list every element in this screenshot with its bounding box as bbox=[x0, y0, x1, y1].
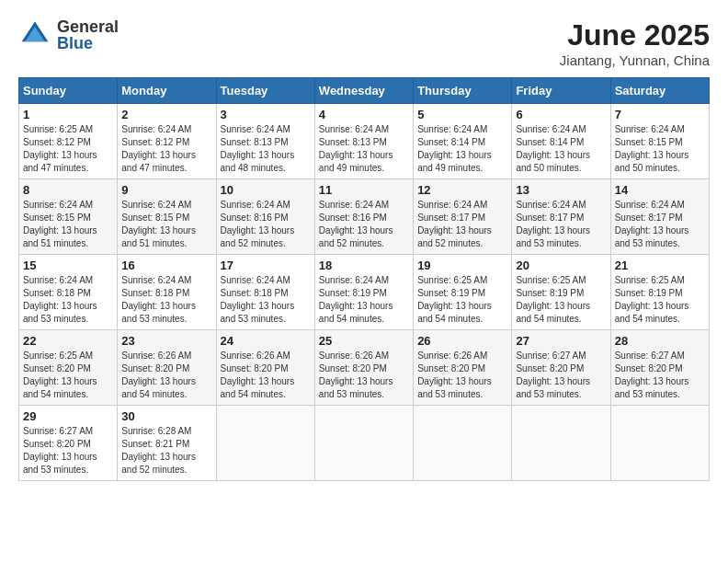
day-number: 10 bbox=[221, 183, 311, 197]
day-number: 15 bbox=[23, 259, 113, 272]
day-number: 24 bbox=[221, 334, 311, 348]
calendar-cell: 19Sunrise: 6:25 AM Sunset: 8:19 PM Dayli… bbox=[414, 255, 512, 330]
calendar-cell: 6Sunrise: 6:24 AM Sunset: 8:14 PM Daylig… bbox=[512, 104, 610, 179]
day-number: 20 bbox=[516, 259, 606, 272]
calendar-cell: 22Sunrise: 6:25 AM Sunset: 8:20 PM Dayli… bbox=[19, 330, 118, 406]
calendar-cell: 9Sunrise: 6:24 AM Sunset: 8:15 PM Daylig… bbox=[118, 179, 216, 255]
logo: General Blue bbox=[18, 18, 119, 52]
title-block: June 2025 Jiantang, Yunnan, China bbox=[560, 18, 710, 68]
calendar-cell: 14Sunrise: 6:24 AM Sunset: 8:17 PM Dayli… bbox=[610, 179, 709, 255]
calendar-cell: 16Sunrise: 6:24 AM Sunset: 8:18 PM Dayli… bbox=[118, 255, 216, 330]
day-header-monday: Monday bbox=[118, 78, 216, 104]
calendar-cell: 18Sunrise: 6:24 AM Sunset: 8:19 PM Dayli… bbox=[314, 255, 413, 330]
day-number: 29 bbox=[23, 409, 113, 423]
day-info: Sunrise: 6:26 AM Sunset: 8:20 PM Dayligh… bbox=[121, 350, 211, 401]
day-number: 28 bbox=[615, 334, 705, 348]
calendar-cell bbox=[216, 406, 314, 481]
logo-general: General bbox=[57, 18, 119, 35]
day-info: Sunrise: 6:27 AM Sunset: 8:20 PM Dayligh… bbox=[615, 350, 705, 401]
day-info: Sunrise: 6:25 AM Sunset: 8:19 PM Dayligh… bbox=[417, 274, 507, 326]
day-info: Sunrise: 6:24 AM Sunset: 8:17 PM Dayligh… bbox=[417, 199, 507, 250]
calendar-cell: 20Sunrise: 6:25 AM Sunset: 8:19 PM Dayli… bbox=[512, 255, 610, 330]
day-info: Sunrise: 6:25 AM Sunset: 8:12 PM Dayligh… bbox=[23, 123, 113, 175]
month-title: June 2025 bbox=[560, 18, 710, 52]
day-number: 7 bbox=[615, 108, 705, 121]
day-number: 27 bbox=[516, 334, 606, 348]
calendar-cell: 7Sunrise: 6:24 AM Sunset: 8:15 PM Daylig… bbox=[610, 104, 709, 179]
day-info: Sunrise: 6:24 AM Sunset: 8:18 PM Dayligh… bbox=[23, 274, 113, 326]
calendar-cell: 5Sunrise: 6:24 AM Sunset: 8:14 PM Daylig… bbox=[414, 104, 512, 179]
day-info: Sunrise: 6:24 AM Sunset: 8:15 PM Dayligh… bbox=[23, 199, 113, 250]
calendar-cell: 10Sunrise: 6:24 AM Sunset: 8:16 PM Dayli… bbox=[216, 179, 314, 255]
day-info: Sunrise: 6:24 AM Sunset: 8:17 PM Dayligh… bbox=[516, 199, 606, 250]
calendar-cell: 25Sunrise: 6:26 AM Sunset: 8:20 PM Dayli… bbox=[314, 330, 413, 406]
calendar-cell: 11Sunrise: 6:24 AM Sunset: 8:16 PM Dayli… bbox=[314, 179, 413, 255]
day-info: Sunrise: 6:26 AM Sunset: 8:20 PM Dayligh… bbox=[221, 350, 311, 401]
calendar-week-2: 15Sunrise: 6:24 AM Sunset: 8:18 PM Dayli… bbox=[19, 255, 710, 330]
day-info: Sunrise: 6:24 AM Sunset: 8:14 PM Dayligh… bbox=[516, 123, 606, 175]
day-info: Sunrise: 6:24 AM Sunset: 8:15 PM Dayligh… bbox=[121, 199, 211, 250]
day-number: 30 bbox=[121, 409, 211, 423]
calendar-week-1: 8Sunrise: 6:24 AM Sunset: 8:15 PM Daylig… bbox=[19, 179, 710, 255]
day-info: Sunrise: 6:24 AM Sunset: 8:15 PM Dayligh… bbox=[615, 123, 705, 175]
calendar-table: SundayMondayTuesdayWednesdayThursdayFrid… bbox=[18, 77, 710, 481]
calendar-cell: 27Sunrise: 6:27 AM Sunset: 8:20 PM Dayli… bbox=[512, 330, 610, 406]
day-header-tuesday: Tuesday bbox=[216, 78, 314, 104]
calendar-cell: 21Sunrise: 6:25 AM Sunset: 8:19 PM Dayli… bbox=[610, 255, 709, 330]
day-info: Sunrise: 6:26 AM Sunset: 8:20 PM Dayligh… bbox=[319, 350, 409, 401]
calendar-cell: 15Sunrise: 6:24 AM Sunset: 8:18 PM Dayli… bbox=[19, 255, 118, 330]
day-info: Sunrise: 6:24 AM Sunset: 8:12 PM Dayligh… bbox=[121, 123, 211, 175]
day-info: Sunrise: 6:24 AM Sunset: 8:18 PM Dayligh… bbox=[221, 274, 311, 326]
day-info: Sunrise: 6:26 AM Sunset: 8:20 PM Dayligh… bbox=[417, 350, 507, 401]
day-number: 1 bbox=[23, 108, 113, 121]
calendar-cell: 8Sunrise: 6:24 AM Sunset: 8:15 PM Daylig… bbox=[19, 179, 118, 255]
day-number: 6 bbox=[516, 108, 606, 121]
page-header: General Blue June 2025 Jiantang, Yunnan,… bbox=[18, 18, 710, 68]
calendar-cell: 30Sunrise: 6:28 AM Sunset: 8:21 PM Dayli… bbox=[118, 406, 216, 481]
calendar-week-3: 22Sunrise: 6:25 AM Sunset: 8:20 PM Dayli… bbox=[19, 330, 710, 406]
day-number: 19 bbox=[417, 259, 507, 272]
day-header-friday: Friday bbox=[512, 78, 610, 104]
day-number: 8 bbox=[23, 183, 113, 197]
day-header-thursday: Thursday bbox=[414, 78, 512, 104]
calendar-cell: 1Sunrise: 6:25 AM Sunset: 8:12 PM Daylig… bbox=[19, 104, 118, 179]
day-number: 9 bbox=[121, 183, 211, 197]
day-info: Sunrise: 6:24 AM Sunset: 8:16 PM Dayligh… bbox=[319, 199, 409, 250]
day-number: 22 bbox=[23, 334, 113, 348]
day-info: Sunrise: 6:24 AM Sunset: 8:16 PM Dayligh… bbox=[221, 199, 311, 250]
calendar-cell bbox=[610, 406, 709, 481]
calendar-cell bbox=[414, 406, 512, 481]
day-info: Sunrise: 6:24 AM Sunset: 8:19 PM Dayligh… bbox=[319, 274, 409, 326]
day-info: Sunrise: 6:27 AM Sunset: 8:20 PM Dayligh… bbox=[516, 350, 606, 401]
logo-icon bbox=[18, 18, 51, 52]
day-number: 21 bbox=[615, 259, 705, 272]
calendar-cell: 3Sunrise: 6:24 AM Sunset: 8:13 PM Daylig… bbox=[216, 104, 314, 179]
day-number: 13 bbox=[516, 183, 606, 197]
day-info: Sunrise: 6:27 AM Sunset: 8:20 PM Dayligh… bbox=[23, 425, 113, 477]
location: Jiantang, Yunnan, China bbox=[560, 52, 710, 68]
calendar-cell: 2Sunrise: 6:24 AM Sunset: 8:12 PM Daylig… bbox=[118, 104, 216, 179]
logo-blue: Blue bbox=[57, 35, 119, 52]
calendar-week-0: 1Sunrise: 6:25 AM Sunset: 8:12 PM Daylig… bbox=[19, 104, 710, 179]
day-number: 18 bbox=[319, 259, 409, 272]
day-info: Sunrise: 6:25 AM Sunset: 8:19 PM Dayligh… bbox=[615, 274, 705, 326]
day-header-sunday: Sunday bbox=[19, 78, 118, 104]
calendar-cell: 17Sunrise: 6:24 AM Sunset: 8:18 PM Dayli… bbox=[216, 255, 314, 330]
day-number: 23 bbox=[121, 334, 211, 348]
day-info: Sunrise: 6:25 AM Sunset: 8:20 PM Dayligh… bbox=[23, 350, 113, 401]
calendar-week-4: 29Sunrise: 6:27 AM Sunset: 8:20 PM Dayli… bbox=[19, 406, 710, 481]
day-info: Sunrise: 6:24 AM Sunset: 8:13 PM Dayligh… bbox=[319, 123, 409, 175]
day-header-wednesday: Wednesday bbox=[314, 78, 413, 104]
calendar-cell: 13Sunrise: 6:24 AM Sunset: 8:17 PM Dayli… bbox=[512, 179, 610, 255]
day-info: Sunrise: 6:24 AM Sunset: 8:14 PM Dayligh… bbox=[417, 123, 507, 175]
calendar-cell: 28Sunrise: 6:27 AM Sunset: 8:20 PM Dayli… bbox=[610, 330, 709, 406]
calendar-cell: 23Sunrise: 6:26 AM Sunset: 8:20 PM Dayli… bbox=[118, 330, 216, 406]
day-number: 11 bbox=[319, 183, 409, 197]
calendar-cell: 26Sunrise: 6:26 AM Sunset: 8:20 PM Dayli… bbox=[414, 330, 512, 406]
day-header-saturday: Saturday bbox=[610, 78, 709, 104]
day-number: 2 bbox=[121, 108, 211, 121]
day-info: Sunrise: 6:25 AM Sunset: 8:19 PM Dayligh… bbox=[516, 274, 606, 326]
day-number: 14 bbox=[615, 183, 705, 197]
day-info: Sunrise: 6:28 AM Sunset: 8:21 PM Dayligh… bbox=[121, 425, 211, 477]
calendar-cell: 24Sunrise: 6:26 AM Sunset: 8:20 PM Dayli… bbox=[216, 330, 314, 406]
